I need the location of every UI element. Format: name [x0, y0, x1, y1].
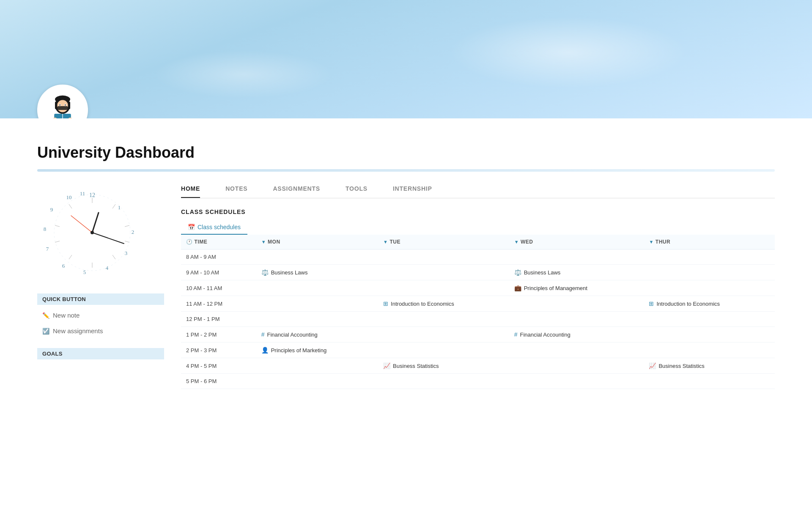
course-name: Financial Accounting [267, 332, 318, 338]
course-name: Financial Accounting [520, 332, 570, 338]
table-row: 9 AM - 10 AM⚖️Business Laws⚖️Business La… [181, 265, 775, 280]
acct-icon: # [514, 331, 518, 338]
table-row: 12 PM - 1 PM [181, 312, 775, 327]
avatar-image [44, 91, 82, 118]
thur-cell-row6 [644, 343, 775, 358]
class-schedules-section: CLASS SCHEDULES 📅 Class schedules 🕐 [181, 208, 775, 389]
thur-cell-row2 [644, 280, 775, 296]
class-schedules-tab[interactable]: 📅 Class schedules [181, 220, 247, 235]
svg-text:9: 9 [50, 206, 53, 213]
col-tue: ▼ TUE [378, 235, 509, 249]
course-cell: 👤Principles of Marketing [261, 347, 373, 354]
wed-cell-row8 [509, 374, 644, 389]
course-name: Principles of Management [524, 285, 587, 291]
col-thur: ▼ THUR [644, 235, 775, 249]
class-schedules-tab-bar: 📅 Class schedules [181, 220, 775, 235]
time-cell: 11 AM - 12 PM [181, 296, 256, 312]
time-cell: 5 PM - 6 PM [181, 374, 256, 389]
class-schedules-title: CLASS SCHEDULES [181, 208, 775, 215]
tue-cell-row1 [378, 265, 509, 280]
course-name: Business Statistics [658, 363, 704, 369]
thur-cell-row1 [644, 265, 775, 280]
col-wed: ▼ WED [509, 235, 644, 249]
tab-internship[interactable]: INTERNSHIP [393, 185, 432, 198]
thur-cell-row0 [644, 249, 775, 265]
thur-cell-row3: ⊞Introduction to Economics [644, 296, 775, 312]
econ-icon: ⊞ [649, 300, 654, 307]
table-row: 2 PM - 3 PM👤Principles of Marketing [181, 343, 775, 358]
tab-assignments[interactable]: ASSIGNMENTS [273, 185, 320, 198]
tue-cell-row6 [378, 343, 509, 358]
page-body: University Dashboard [0, 118, 812, 406]
table-row: 10 AM - 11 AM💼Principles of Management [181, 280, 775, 296]
mgmt-icon: 💼 [514, 285, 521, 291]
svg-point-9 [65, 104, 66, 106]
main-layout: 12 1 2 3 4 5 6 7 8 9 10 11 [37, 185, 775, 389]
new-note-button[interactable]: ✏️ New note [37, 308, 164, 322]
time-cell: 4 PM - 5 PM [181, 358, 256, 374]
thur-cell-row4 [644, 312, 775, 327]
svg-line-37 [92, 213, 99, 233]
time-cell: 8 AM - 9 AM [181, 249, 256, 265]
wed-cell-row4 [509, 312, 644, 327]
course-name: Business Laws [524, 269, 561, 276]
tue-cell-row4 [378, 312, 509, 327]
svg-rect-5 [57, 106, 69, 110]
wed-cell-row0 [509, 249, 644, 265]
acct-icon: # [261, 331, 265, 338]
clock-icon-small: 🕐 [186, 239, 193, 245]
course-cell: ⊞Introduction to Economics [649, 300, 770, 307]
svg-line-19 [112, 255, 115, 259]
tue-cell-row5 [378, 327, 509, 343]
sidebar: 12 1 2 3 4 5 6 7 8 9 10 11 [37, 185, 164, 389]
wed-cell-row2: 💼Principles of Management [509, 280, 644, 296]
table-row: 1 PM - 2 PM#Financial Accounting#Financi… [181, 327, 775, 343]
course-cell: ⊞Introduction to Economics [383, 300, 504, 307]
mon-cell-row0 [256, 249, 378, 265]
svg-text:2: 2 [132, 229, 134, 235]
svg-text:4: 4 [106, 265, 109, 271]
svg-text:1: 1 [118, 204, 121, 211]
tue-cell-row3: ⊞Introduction to Economics [378, 296, 509, 312]
new-note-icon: ✏️ [42, 312, 49, 319]
svg-line-16 [112, 204, 115, 208]
time-cell: 10 AM - 11 AM [181, 280, 256, 296]
arrow-mon: ▼ [261, 239, 266, 244]
mon-cell-row1: ⚖️Business Laws [256, 265, 378, 280]
tab-home[interactable]: HOME [181, 185, 200, 198]
course-cell: 💼Principles of Management [514, 285, 639, 291]
svg-line-38 [92, 233, 124, 244]
schedule-table: 🕐 TIME ▼ MON [181, 235, 775, 389]
wed-cell-row3 [509, 296, 644, 312]
table-row: 4 PM - 5 PM📈Business Statistics📈Business… [181, 358, 775, 374]
new-note-label: New note [53, 312, 80, 319]
tab-tools[interactable]: TOOLS [346, 185, 368, 198]
course-cell: #Financial Accounting [261, 331, 373, 338]
table-row: 11 AM - 12 PM⊞Introduction to Economics⊞… [181, 296, 775, 312]
econ-icon: ⊞ [383, 300, 388, 307]
hero-banner [0, 0, 812, 118]
svg-line-24 [69, 204, 72, 208]
svg-point-40 [91, 231, 94, 234]
svg-text:10: 10 [66, 194, 72, 200]
table-row: 5 PM - 6 PM [181, 374, 775, 389]
new-assignments-button[interactable]: ☑️ New assignments [37, 324, 164, 338]
svg-text:12: 12 [89, 192, 95, 198]
svg-text:7: 7 [46, 246, 49, 252]
tab-notes[interactable]: NOTES [225, 185, 247, 198]
svg-point-8 [59, 104, 60, 106]
arrow-wed: ▼ [514, 239, 519, 244]
stat-icon: 📈 [383, 362, 390, 369]
mon-cell-row3 [256, 296, 378, 312]
page-title: University Dashboard [37, 144, 775, 162]
table-row: 8 AM - 9 AM [181, 249, 775, 265]
svg-text:6: 6 [62, 263, 65, 269]
law-icon: ⚖️ [261, 269, 269, 276]
tue-cell-row2 [378, 280, 509, 296]
arrow-thur: ▼ [649, 239, 653, 244]
course-name: Business Laws [271, 269, 308, 276]
time-cell: 12 PM - 1 PM [181, 312, 256, 327]
law-icon: ⚖️ [514, 269, 521, 276]
col-mon: ▼ MON [256, 235, 378, 249]
wed-cell-row1: ⚖️Business Laws [509, 265, 644, 280]
